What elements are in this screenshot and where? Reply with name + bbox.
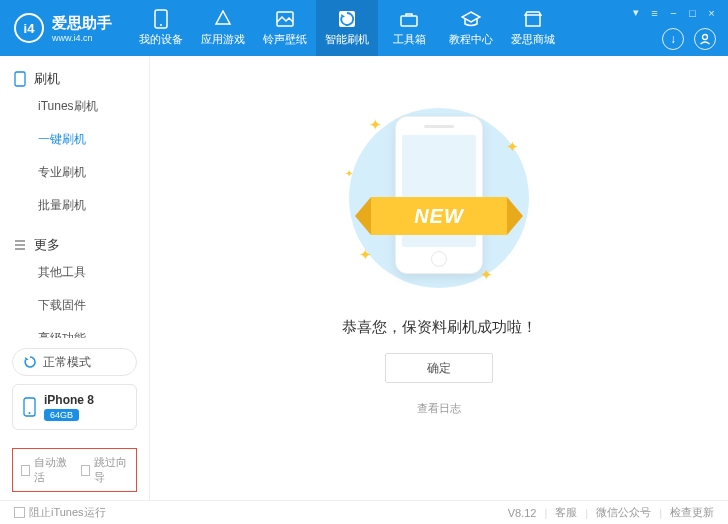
- nav-flash[interactable]: 智能刷机: [316, 0, 378, 56]
- version-label: V8.12: [508, 507, 537, 519]
- app-name: 爱思助手: [52, 14, 112, 33]
- close-icon[interactable]: ×: [705, 6, 718, 19]
- logo-icon: i4: [14, 13, 44, 43]
- view-log-link[interactable]: 查看日志: [417, 401, 461, 416]
- minimize-icon[interactable]: −: [667, 6, 680, 19]
- sidebar: 刷机 iTunes刷机 一键刷机 专业刷机 批量刷机 更多 其他工具 下载固件 …: [0, 56, 150, 500]
- new-ribbon: NEW: [371, 197, 507, 235]
- flash-icon: [337, 9, 357, 29]
- success-illustration: NEW ✦ ✦ ✦ ✦ ✦: [329, 98, 549, 298]
- options-row: 自动激活 跳过向导: [12, 448, 137, 492]
- app-logo: i4 爱思助手 www.i4.cn: [0, 13, 126, 43]
- nav-store[interactable]: 爱思商城: [502, 0, 564, 56]
- svg-rect-4: [401, 16, 417, 26]
- top-nav: 我的设备 应用游戏 铃声壁纸 智能刷机 工具箱 教程中心 爱思商城: [130, 0, 564, 56]
- phone-outline-icon: [14, 71, 26, 87]
- store-icon: [523, 9, 543, 29]
- device-card[interactable]: iPhone 8 64GB: [12, 384, 137, 430]
- sidebar-item-advanced[interactable]: 高级功能: [0, 322, 149, 338]
- sidebar-item-batch[interactable]: 批量刷机: [0, 189, 149, 222]
- sidebar-item-oneclick[interactable]: 一键刷机: [0, 123, 149, 156]
- user-button[interactable]: [694, 28, 716, 50]
- status-bar: 阻止iTunes运行 V8.12 | 客服 | 微信公众号 | 检查更新: [0, 500, 728, 524]
- sidebar-group-flash[interactable]: 刷机: [0, 56, 149, 90]
- ok-button[interactable]: 确定: [385, 353, 493, 383]
- svg-point-1: [160, 24, 162, 26]
- nav-tutorial[interactable]: 教程中心: [440, 0, 502, 56]
- sparkle-icon: ✦: [480, 266, 493, 284]
- svg-point-5: [703, 35, 708, 40]
- apps-icon: [213, 9, 233, 29]
- refresh-icon: [23, 355, 37, 369]
- nav-ringtone[interactable]: 铃声壁纸: [254, 0, 316, 56]
- sparkle-icon: ✦: [345, 168, 353, 179]
- device-icon: [23, 397, 36, 417]
- skip-guide-checkbox[interactable]: 跳过向导: [81, 455, 129, 485]
- sidebar-group-more[interactable]: 更多: [0, 222, 149, 256]
- settings-icon[interactable]: ≡: [648, 6, 661, 19]
- sidebar-item-pro[interactable]: 专业刷机: [0, 156, 149, 189]
- maximize-icon[interactable]: □: [686, 6, 699, 19]
- app-header: i4 爱思助手 www.i4.cn 我的设备 应用游戏 铃声壁纸 智能刷机 工具…: [0, 0, 728, 56]
- main-content: NEW ✦ ✦ ✦ ✦ ✦ 恭喜您，保资料刷机成功啦！ 确定 查看日志: [150, 56, 728, 500]
- download-button[interactable]: ↓: [662, 28, 684, 50]
- toolbox-icon: [399, 9, 419, 29]
- sparkle-icon: ✦: [359, 246, 372, 264]
- sparkle-icon: ✦: [506, 138, 519, 156]
- menu-icon[interactable]: ▾: [629, 6, 642, 19]
- sparkle-icon: ✦: [369, 116, 382, 134]
- nav-apps[interactable]: 应用游戏: [192, 0, 254, 56]
- storage-badge: 64GB: [44, 409, 79, 421]
- app-url: www.i4.cn: [52, 33, 112, 43]
- nav-toolbox[interactable]: 工具箱: [378, 0, 440, 56]
- device-name: iPhone 8: [44, 393, 94, 407]
- phone-icon: [151, 9, 171, 29]
- auto-activate-checkbox[interactable]: 自动激活: [21, 455, 69, 485]
- nav-my-device[interactable]: 我的设备: [130, 0, 192, 56]
- image-icon: [275, 9, 295, 29]
- wechat-link[interactable]: 微信公众号: [596, 505, 651, 520]
- sidebar-item-other[interactable]: 其他工具: [0, 256, 149, 289]
- graduation-icon: [461, 9, 481, 29]
- update-link[interactable]: 检查更新: [670, 505, 714, 520]
- svg-point-8: [29, 412, 31, 414]
- menu-lines-icon: [14, 239, 26, 251]
- sidebar-item-itunes[interactable]: iTunes刷机: [0, 90, 149, 123]
- svg-rect-6: [15, 72, 25, 86]
- mode-pill[interactable]: 正常模式: [12, 348, 137, 376]
- sidebar-item-download[interactable]: 下载固件: [0, 289, 149, 322]
- success-message: 恭喜您，保资料刷机成功啦！: [342, 318, 537, 337]
- window-controls: ▾ ≡ − □ ×: [629, 6, 718, 19]
- block-itunes-checkbox[interactable]: 阻止iTunes运行: [0, 505, 106, 520]
- support-link[interactable]: 客服: [555, 505, 577, 520]
